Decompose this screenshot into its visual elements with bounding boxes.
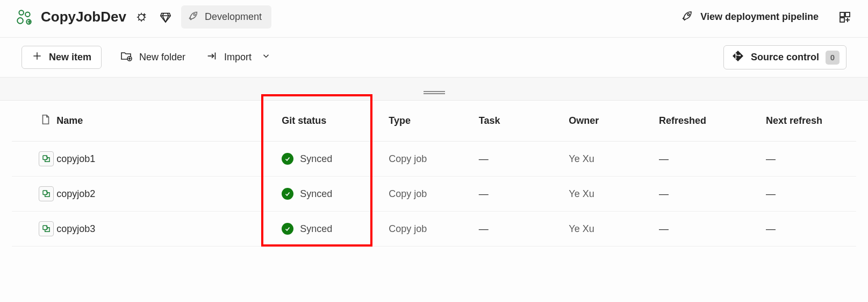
git-status-text: Synced (300, 223, 332, 235)
item-task: — (474, 177, 564, 212)
import-label: Import (224, 52, 252, 63)
svg-point-24 (735, 57, 737, 59)
import-icon (206, 50, 218, 65)
resize-grip-bar[interactable] (0, 77, 868, 101)
item-refreshed: — (654, 177, 761, 212)
workspace-settings-icon[interactable] (134, 9, 150, 25)
check-circle-icon (282, 153, 293, 165)
environment-pill[interactable]: Development (181, 5, 271, 29)
source-control-count: 0 (826, 51, 840, 65)
environment-label: Development (205, 11, 262, 23)
item-type: Copy job (383, 177, 474, 212)
item-next-refresh: — (761, 212, 856, 247)
svg-point-9 (193, 14, 195, 16)
table-row[interactable]: copyjob3 Synced Copy job — Ye Xu — — (12, 212, 856, 247)
git-branch-icon (731, 50, 744, 65)
top-bar: CopyJobDev Development (0, 0, 868, 38)
item-type: Copy job (383, 212, 474, 247)
actions-bar: New item New folder Import (0, 38, 868, 77)
item-refreshed: — (654, 212, 761, 247)
grip-icon (424, 87, 445, 90)
item-name[interactable]: copyjob3 (51, 212, 276, 247)
deployment-link-label: View deployment pipeline (700, 11, 819, 23)
item-task: — (474, 212, 564, 247)
copy-job-icon (39, 221, 54, 236)
items-table: Name Git status Type Task Owner Refreshe… (0, 101, 868, 247)
item-owner: Ye Xu (563, 212, 654, 247)
column-header-type[interactable]: Type (383, 101, 474, 142)
item-task: — (474, 142, 564, 177)
column-header-task[interactable]: Task (474, 101, 564, 142)
item-owner: Ye Xu (563, 142, 654, 177)
chevron-down-icon (261, 51, 271, 64)
item-refreshed: — (654, 142, 761, 177)
item-owner: Ye Xu (563, 177, 654, 212)
rocket-icon (681, 9, 694, 25)
svg-rect-13 (840, 18, 844, 22)
copy-job-icon (39, 151, 54, 166)
svg-point-1 (25, 12, 30, 17)
item-next-refresh: — (761, 142, 856, 177)
svg-rect-11 (840, 12, 844, 17)
item-type: Copy job (383, 142, 474, 177)
column-header-next-refresh[interactable]: Next refresh (761, 101, 856, 142)
workspace-icon (15, 8, 33, 26)
document-icon (40, 117, 52, 128)
new-folder-label: New folder (139, 52, 185, 63)
import-button[interactable]: Import (204, 46, 273, 69)
column-header-refreshed[interactable]: Refreshed (654, 101, 761, 142)
rocket-icon (188, 10, 199, 24)
item-name[interactable]: copyjob1 (51, 142, 276, 177)
table-row[interactable]: copyjob1 Synced Copy job — Ye Xu — — (12, 142, 856, 177)
column-header-git-status[interactable]: Git status (276, 101, 383, 142)
plus-icon (32, 51, 42, 64)
check-circle-icon (282, 223, 293, 235)
git-status-text: Synced (300, 153, 332, 165)
svg-rect-12 (845, 12, 850, 17)
copy-job-icon (39, 186, 54, 201)
premium-diamond-icon[interactable] (157, 9, 174, 25)
item-name[interactable]: copyjob2 (51, 177, 276, 212)
svg-point-0 (19, 10, 24, 15)
source-control-button[interactable]: Source control 0 (723, 45, 847, 69)
column-header-name[interactable]: Name (51, 101, 276, 142)
source-control-label: Source control (751, 52, 819, 63)
column-header-icon[interactable] (12, 101, 51, 142)
workspace-title: CopyJobDev (41, 9, 126, 25)
new-item-label: New item (49, 52, 91, 63)
table-row[interactable]: copyjob2 Synced Copy job — Ye Xu — — (12, 177, 856, 212)
svg-point-2 (17, 18, 23, 24)
table-header-row: Name Git status Type Task Owner Refreshe… (12, 101, 856, 142)
app-switcher-icon[interactable] (837, 9, 853, 25)
folder-plus-icon (120, 50, 133, 65)
view-deployment-pipeline-link[interactable]: View deployment pipeline (676, 6, 824, 28)
svg-point-10 (687, 13, 690, 16)
new-folder-button[interactable]: New folder (118, 45, 188, 69)
column-header-owner[interactable]: Owner (563, 101, 654, 142)
item-next-refresh: — (761, 177, 856, 212)
check-circle-icon (282, 188, 293, 200)
new-item-button[interactable]: New item (21, 46, 102, 69)
git-status-text: Synced (300, 188, 332, 200)
